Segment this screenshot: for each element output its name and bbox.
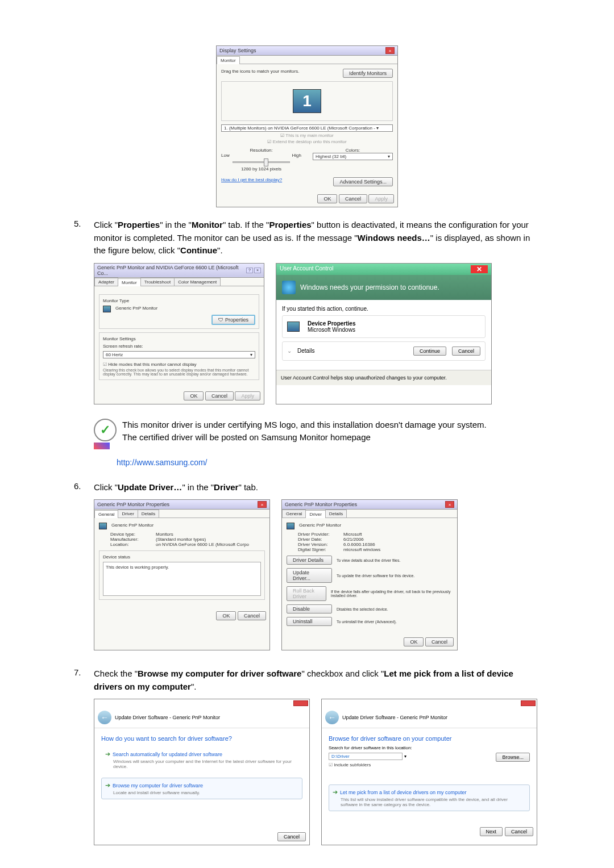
main-monitor-checkbox[interactable]: This is my main monitor bbox=[221, 133, 393, 138]
monitor-properties-dialog: Generic PnP Monitor and NVIDIA GeForce 6… bbox=[94, 263, 264, 404]
arrow-icon: ➔ bbox=[105, 750, 110, 757]
include-subfolders-checkbox[interactable]: Include subfolders bbox=[329, 762, 530, 767]
driver-details-button[interactable]: Driver Details bbox=[287, 556, 332, 565]
cancel-button[interactable]: Cancel bbox=[505, 827, 533, 836]
hide-modes-checkbox[interactable]: Hide modes that this monitor cannot disp… bbox=[103, 362, 255, 367]
let-me-pick-option[interactable]: ➔Let me pick from a list of device drive… bbox=[329, 784, 530, 811]
best-display-link[interactable]: How do I get the best display? bbox=[221, 177, 282, 186]
step-text: Check the "Browse my computer for driver… bbox=[94, 667, 540, 693]
tab-general[interactable]: General bbox=[282, 510, 306, 518]
rollback-driver-button[interactable]: Roll Back Driver bbox=[287, 586, 326, 601]
display-settings-dialog: Display Settings × Monitor Drag the icon… bbox=[216, 45, 398, 207]
apply-button[interactable]: Apply bbox=[235, 391, 260, 400]
window-title: Generic PnP Monitor and NVIDIA GeForce 6… bbox=[97, 265, 246, 276]
ok-button[interactable]: OK bbox=[404, 637, 424, 646]
details-link[interactable]: Details bbox=[297, 348, 408, 354]
step-text: Click "Update Driver…" in the "Driver" t… bbox=[94, 481, 540, 494]
disable-button[interactable]: Disable bbox=[287, 604, 332, 614]
uac-banner-text: Windows needs your permission to contion… bbox=[300, 283, 439, 291]
step-5: 5. Click "Properties" in the "Monitor" t… bbox=[74, 219, 540, 257]
uninstall-button[interactable]: Uninstall bbox=[287, 617, 332, 626]
shield-icon bbox=[282, 281, 296, 294]
monitor-select[interactable]: 1. (Multiple Monitors) on NVIDIA GeForce… bbox=[221, 124, 393, 132]
search-path-input[interactable]: D:\Driver bbox=[329, 753, 403, 760]
search-auto-option[interactable]: ➔Search automatically for updated driver… bbox=[101, 746, 302, 773]
resolution-slider[interactable] bbox=[233, 161, 290, 163]
cancel-button[interactable]: Cancel bbox=[205, 391, 234, 400]
chevron-down-icon: ▾ bbox=[388, 154, 390, 159]
close-icon[interactable] bbox=[293, 700, 308, 706]
ok-button[interactable]: OK bbox=[184, 391, 204, 400]
step-7: 7. Check the "Browse my computer for dri… bbox=[74, 667, 540, 693]
uac-footer: User Account Control helps stop unauthor… bbox=[276, 370, 491, 385]
close-icon[interactable]: × bbox=[258, 501, 267, 508]
tab-troubleshoot[interactable]: Troubleshoot bbox=[140, 278, 175, 286]
tab-general[interactable]: General bbox=[94, 510, 118, 518]
next-button[interactable]: Next bbox=[480, 827, 503, 836]
tab-monitor[interactable]: Monitor bbox=[217, 56, 240, 64]
step-number: 7. bbox=[74, 667, 94, 693]
drag-instruction: Drag the icons to match your monitors. bbox=[221, 69, 299, 78]
breadcrumb: Update Driver Software - Generic PnP Mon… bbox=[342, 715, 447, 720]
tab-monitor[interactable]: Monitor bbox=[118, 278, 141, 286]
uac-dialog: User Account Control ✕ Windows needs you… bbox=[276, 263, 492, 404]
advanced-settings-button[interactable]: Advanced Settings... bbox=[333, 177, 393, 186]
properties-button[interactable]: 🛡 Properties bbox=[211, 315, 255, 325]
colors-select[interactable]: Highest (32 bit)▾ bbox=[313, 153, 393, 160]
tab-details[interactable]: Details bbox=[325, 510, 347, 518]
monitor-icon bbox=[99, 523, 107, 529]
cancel-button[interactable]: Cancel bbox=[452, 347, 480, 356]
browse-button[interactable]: Browse... bbox=[496, 753, 530, 762]
colors-label: Colors: bbox=[313, 148, 393, 153]
tab-details[interactable]: Details bbox=[138, 510, 159, 518]
update-driver-button[interactable]: Update Driver... bbox=[287, 568, 332, 583]
cancel-button[interactable]: Cancel bbox=[425, 637, 454, 646]
close-icon[interactable] bbox=[521, 700, 536, 706]
breadcrumb: Update Driver Software - Generic PnP Mon… bbox=[115, 715, 220, 720]
arrow-icon: ➔ bbox=[105, 782, 110, 788]
step-6: 6. Click "Update Driver…" in the "Driver… bbox=[74, 481, 540, 494]
general-properties-dialog: Generic PnP Monitor Properties × General… bbox=[94, 499, 270, 650]
samsung-link[interactable]: http://www.samsung.com/ bbox=[117, 458, 540, 467]
ok-button[interactable]: OK bbox=[216, 611, 236, 620]
shield-flag-icon bbox=[94, 443, 110, 449]
apply-button[interactable]: Apply bbox=[368, 194, 394, 203]
cancel-button[interactable]: Cancel bbox=[238, 611, 266, 620]
close-icon[interactable]: × bbox=[385, 47, 395, 54]
window-titlebar: Display Settings × bbox=[217, 46, 397, 56]
checkmark-shield-icon bbox=[94, 419, 117, 441]
tab-color-management[interactable]: Color Management bbox=[174, 278, 221, 286]
close-icon[interactable]: ✕ bbox=[471, 265, 488, 273]
driver-properties-dialog: Generic PnP Monitor Properties × General… bbox=[281, 499, 458, 650]
arrow-icon: ➔ bbox=[333, 788, 338, 795]
back-icon[interactable]: ← bbox=[325, 711, 339, 724]
certification-note: This monitor driver is under certifying … bbox=[94, 419, 540, 449]
refresh-rate-select[interactable]: 60 Hertz▾ bbox=[103, 351, 255, 358]
update-driver-wizard-browse: ← Update Driver Software - Generic PnP M… bbox=[321, 699, 537, 845]
identify-monitors-button[interactable]: Identify Monitors bbox=[343, 69, 393, 78]
close-icon[interactable]: × bbox=[445, 501, 454, 508]
update-driver-wizard-search: ← Update Driver Software - Generic PnP M… bbox=[94, 699, 310, 845]
window-controls[interactable]: ?× bbox=[246, 268, 261, 273]
monitor-icon[interactable]: 1 bbox=[293, 89, 321, 113]
step-number: 5. bbox=[74, 219, 94, 257]
continue-button[interactable]: Continue bbox=[413, 347, 446, 356]
wizard-heading: Browse for driver software on your compu… bbox=[329, 735, 530, 742]
tab-adapter[interactable]: Adapter bbox=[94, 278, 118, 286]
ok-button[interactable]: OK bbox=[317, 194, 337, 203]
monitor-icon bbox=[287, 322, 300, 332]
back-icon[interactable]: ← bbox=[98, 711, 111, 724]
extend-desktop-checkbox[interactable]: Extend the desktop onto this monitor bbox=[221, 139, 393, 144]
step-text: Click "Properties" in the "Monitor" tab.… bbox=[94, 219, 540, 257]
tab-driver[interactable]: Driver bbox=[118, 510, 138, 518]
cancel-button[interactable]: Cancel bbox=[277, 832, 306, 841]
uac-title: User Account Control bbox=[280, 265, 334, 273]
resolution-value: 1280 by 1024 pixels bbox=[221, 166, 301, 172]
chevron-down-icon[interactable]: ⌄ bbox=[287, 348, 292, 354]
monitor-icon bbox=[103, 306, 111, 312]
tab-driver[interactable]: Driver bbox=[305, 510, 325, 518]
chevron-down-icon: ▾ bbox=[250, 352, 252, 357]
browse-computer-option[interactable]: ➔Browse my computer for driver software … bbox=[101, 778, 302, 799]
cancel-button[interactable]: Cancel bbox=[339, 194, 367, 203]
window-title: Display Settings bbox=[219, 48, 256, 53]
